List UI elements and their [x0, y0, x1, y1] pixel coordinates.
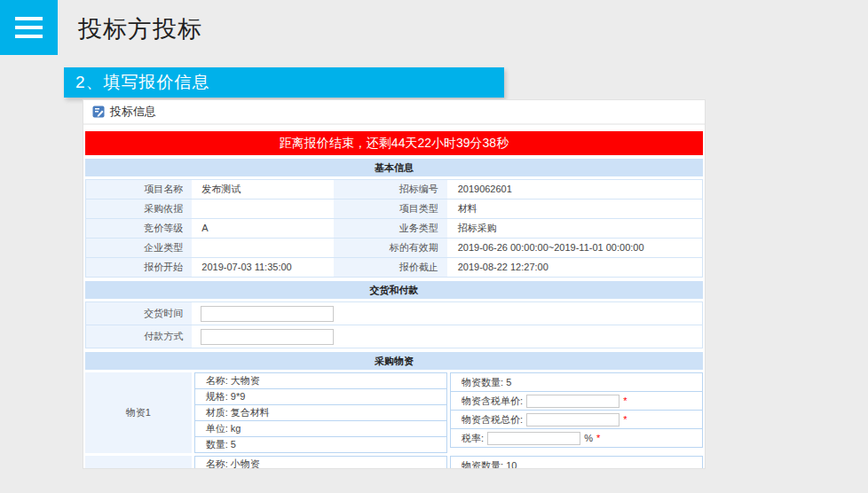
section-header-delivery: 交货和付款: [85, 281, 703, 299]
countdown-banner: 距离报价结束，还剩44天22小时39分38秒: [85, 131, 703, 155]
field-label: 交货时间: [86, 302, 192, 325]
form-icon: [92, 106, 105, 118]
field-value: [192, 239, 334, 257]
step-banner: 2、填写报价信息: [64, 67, 504, 98]
field-label: 标的有效期: [334, 239, 447, 257]
table-row: 项目名称 发布测试 招标编号 2019062601: [86, 180, 702, 200]
material-block-2: 名称: 小物资 物资数量: 10: [85, 456, 703, 469]
field-label: 报价开始: [86, 258, 192, 277]
material-attr: 材质: 复合材料: [194, 404, 447, 421]
field-label: 物资含税总价:: [462, 413, 523, 426]
field-label: 税率:: [462, 432, 484, 445]
basic-info-table: 项目名称 发布测试 招标编号 2019062601 采购依据 项目类型 材料 竞…: [85, 179, 703, 278]
field-label: 招标编号: [334, 180, 447, 199]
field-label: 物资数量: 5: [462, 376, 511, 389]
total-price-input[interactable]: [526, 413, 619, 426]
field-value: 招标采购: [447, 219, 702, 238]
unit-price-input[interactable]: [526, 395, 619, 408]
field-label: 项目类型: [334, 200, 447, 218]
field-label: 物资数量: 10: [462, 459, 517, 470]
table-row: 竞价等级 A 业务类型 招标采购: [86, 219, 702, 239]
material-label: 物资1: [85, 372, 192, 453]
field-value: A: [192, 219, 334, 238]
tax-rate-input[interactable]: [487, 432, 580, 445]
table-row: 交货时间: [86, 302, 702, 325]
delivery-table: 交货时间 付款方式: [85, 301, 703, 348]
material-qty-row: 物资数量: 5: [450, 372, 703, 392]
total-price-row: 物资含税总价: *: [450, 410, 703, 429]
field-label: 项目名称: [86, 180, 192, 199]
material-attr: 数量: 5: [194, 436, 447, 453]
field-value: 2019-06-26 00:00:00~2019-11-01 00:00:00: [447, 239, 702, 257]
section-header-materials: 采购物资: [85, 352, 703, 370]
material-pricing: 物资数量: 5 物资含税单价: * 物资含税总价: * 税率: % *: [450, 372, 703, 453]
table-row: 报价开始 2019-07-03 11:35:00 报价截止 2019-08-22…: [86, 258, 702, 278]
field-label: 业务类型: [334, 219, 447, 238]
payment-method-input[interactable]: [201, 329, 334, 345]
material-attributes: 名称: 小物资: [194, 456, 447, 469]
table-row: 企业类型 标的有效期 2019-06-26 00:00:00~2019-11-0…: [86, 239, 702, 258]
bid-info-panel: 投标信息 距离报价结束，还剩44天22小时39分38秒 基本信息 项目名称 发布…: [83, 99, 706, 469]
field-label: 付款方式: [86, 325, 192, 348]
table-row: 付款方式: [86, 325, 702, 348]
field-label: 企业类型: [86, 239, 192, 257]
menu-button[interactable]: [0, 0, 58, 55]
field-value: 2019062601: [447, 180, 702, 199]
required-marker: *: [623, 414, 627, 425]
delivery-time-input[interactable]: [201, 306, 334, 322]
material-attr: 规格: 9*9: [194, 388, 447, 405]
field-label: 报价截止: [334, 258, 447, 277]
field-label: 竞价等级: [86, 219, 192, 238]
field-value: 材料: [447, 200, 702, 218]
material-qty-row: 物资数量: 10: [450, 456, 703, 469]
field-value: 发布测试: [192, 180, 334, 199]
material-block-1: 物资1 名称: 大物资 规格: 9*9 材质: 复合材料 单位: kg 数量: …: [85, 372, 703, 453]
page-title: 投标方投标: [78, 13, 202, 45]
required-marker: *: [623, 395, 627, 406]
field-value: 2019-07-03 11:35:00: [192, 258, 334, 277]
panel-title: 投标信息: [110, 104, 156, 120]
field-label: 物资含税单价:: [462, 395, 523, 408]
field-label: 采购依据: [86, 200, 192, 218]
section-header-basic-info: 基本信息: [85, 159, 703, 176]
panel-title-bar: 投标信息: [83, 100, 705, 125]
material-attr: 单位: kg: [194, 420, 447, 437]
unit-price-row: 物资含税单价: *: [450, 391, 703, 411]
required-marker: *: [596, 433, 600, 443]
material-attributes: 名称: 大物资 规格: 9*9 材质: 复合材料 单位: kg 数量: 5: [194, 372, 447, 453]
field-value: 2019-08-22 12:27:00: [447, 258, 702, 277]
material-pricing: 物资数量: 10: [450, 456, 703, 469]
material-attr: 名称: 大物资: [194, 372, 447, 389]
table-row: 采购依据 项目类型 材料: [86, 200, 702, 219]
material-attr: 名称: 小物资: [194, 456, 447, 469]
material-label: [85, 456, 192, 469]
tax-rate-row: 税率: % *: [450, 428, 703, 448]
field-value: [192, 200, 334, 218]
percent-suffix: %: [584, 433, 593, 443]
